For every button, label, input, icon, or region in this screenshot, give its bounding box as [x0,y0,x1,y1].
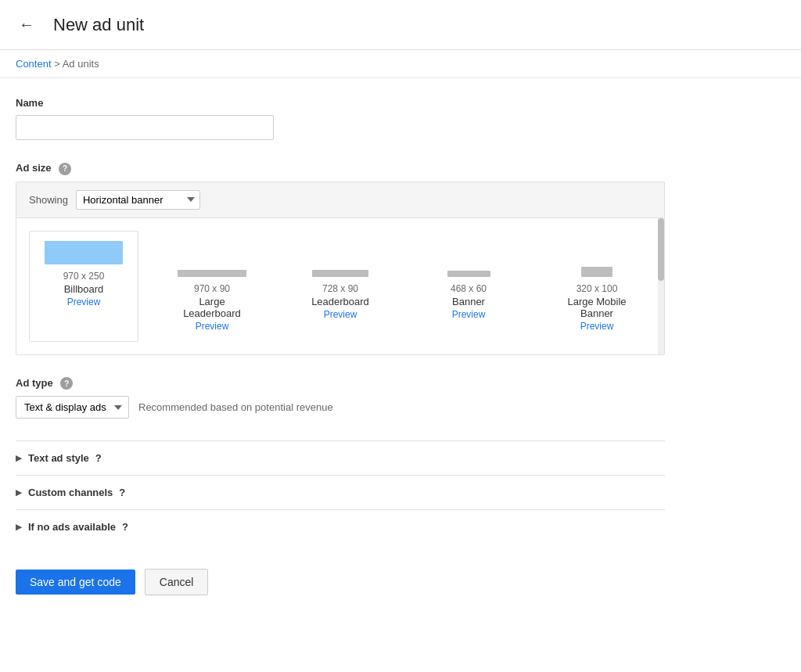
ad-type-help-icon[interactable]: ? [60,377,73,390]
custom-channels-section: ▶ Custom channels ? [16,475,665,509]
large-mobile-banner-preview-box [581,241,612,277]
name-field-group: Name [16,97,665,140]
text-ad-style-header[interactable]: ▶ Text ad style ? [16,452,665,464]
leaderboard-name: Leaderboard [311,296,369,307]
custom-channels-header[interactable]: ▶ Custom channels ? [16,487,665,498]
if-no-ads-header[interactable]: ▶ If no ads available ? [16,521,665,533]
banner-preview-link[interactable]: Preview [452,309,486,320]
large-leaderboard-preview-link[interactable]: Preview [196,321,229,332]
billboard-name: Billboard [64,283,104,295]
breadcrumb-adunits: Ad units [63,58,99,70]
ad-size-item-large-leaderboard[interactable]: 970 x 90 Large Leaderboard Preview [157,231,267,342]
breadcrumb-separator: > [52,58,63,70]
ad-sizes-scroll[interactable]: 970 x 250 Billboard Preview 970 x 90 Lar… [16,218,664,354]
page-title: New ad unit [53,15,144,35]
large-mobile-banner-preview-link[interactable]: Preview [580,321,614,332]
leaderboard-rect [312,270,368,277]
custom-channels-label: Custom channels [28,487,113,498]
scroll-thumb[interactable] [658,218,664,281]
ad-size-item-leaderboard[interactable]: 728 x 90 Leaderboard Preview [286,231,395,342]
main-content: Name Ad size ? Showing Horizontal banner… [0,78,681,614]
leaderboard-preview-link[interactable]: Preview [324,309,357,320]
banner-dims: 468 x 60 [451,283,487,294]
banner-name: Banner [452,296,485,307]
ad-size-item-banner[interactable]: 468 x 60 Banner Preview [414,231,523,342]
leaderboard-preview-box [312,241,368,277]
large-mobile-banner-name: Large Mobile Banner [555,296,638,319]
ad-size-item-billboard[interactable]: 970 x 250 Billboard Preview [29,231,138,342]
custom-channels-help-icon[interactable]: ? [119,487,125,498]
large-leaderboard-rect [178,270,246,277]
back-button[interactable]: ← [16,13,38,37]
banner-rect [447,271,490,277]
if-no-ads-label: If no ads available [28,521,116,533]
large-mobile-banner-rect [581,267,612,277]
ad-size-item-large-mobile-banner[interactable]: 320 x 100 Large Mobile Banner Preview [542,231,652,342]
header: ← New ad unit [0,0,801,50]
save-button[interactable]: Save and get code [16,570,135,595]
text-ad-style-section: ▶ Text ad style ? [16,440,665,475]
leaderboard-dims: 728 x 90 [322,283,358,294]
text-ad-style-help-icon[interactable]: ? [95,452,102,464]
large-mobile-banner-dims: 320 x 100 [577,283,618,294]
ad-size-box: Showing Horizontal banner Responsive Squ… [16,181,665,355]
cancel-button[interactable]: Cancel [145,569,209,595]
breadcrumb: Content > Ad units [0,50,801,78]
scroll-track[interactable] [658,218,664,354]
button-row: Save and get code Cancel [16,569,665,595]
text-ad-style-chevron: ▶ [16,454,22,462]
if-no-ads-section: ▶ If no ads available ? [16,509,665,544]
showing-select[interactable]: Horizontal banner Responsive Square and … [76,190,200,210]
billboard-dims: 970 x 250 [63,271,105,282]
billboard-rect [45,241,123,264]
large-leaderboard-name: Large Leaderboard [171,296,253,319]
ad-size-help-icon[interactable]: ? [59,163,71,175]
ad-type-select[interactable]: Text & display ads Display ads only Text… [16,396,129,419]
ad-sizes-container: 970 x 250 Billboard Preview 970 x 90 Lar… [16,218,664,354]
ad-type-hint: Recommended based on potential revenue [138,401,333,413]
breadcrumb-content-link[interactable]: Content [16,58,52,70]
custom-channels-chevron: ▶ [16,488,22,497]
large-leaderboard-preview-box [178,241,246,277]
ad-size-label: Ad size ? [16,162,665,175]
ad-size-header: Showing Horizontal banner Responsive Squ… [16,182,664,218]
showing-label: Showing [29,194,68,206]
large-leaderboard-dims: 970 x 90 [194,283,230,294]
billboard-preview-box [45,241,123,264]
banner-preview-box [447,241,490,277]
ad-size-field-group: Ad size ? Showing Horizontal banner Resp… [16,162,665,355]
if-no-ads-chevron: ▶ [16,523,22,531]
billboard-preview-link[interactable]: Preview [67,296,101,307]
if-no-ads-help-icon[interactable]: ? [122,521,128,533]
ad-type-field-group: Ad type ? Text & display ads Display ads… [16,377,665,419]
ad-type-row: Text & display ads Display ads only Text… [16,396,665,419]
name-label: Name [16,97,665,109]
text-ad-style-label: Text ad style [28,452,89,464]
name-input[interactable] [16,115,274,140]
ad-type-label: Ad type ? [16,377,665,390]
